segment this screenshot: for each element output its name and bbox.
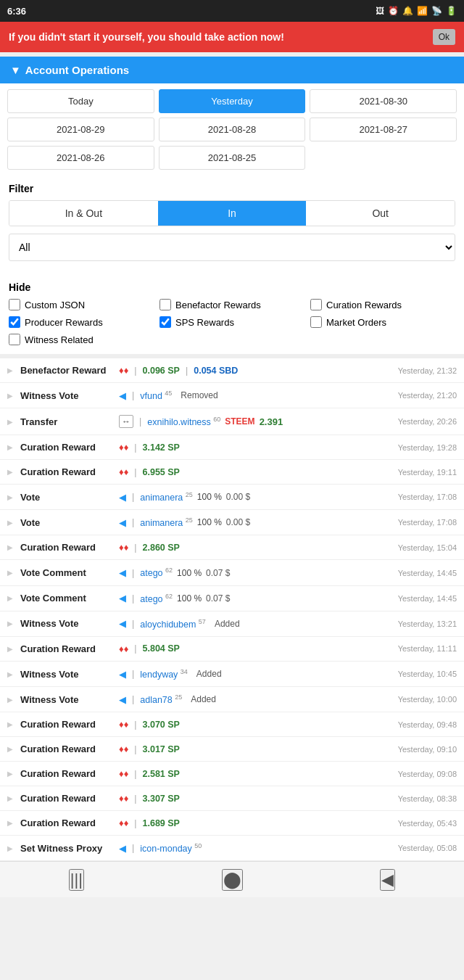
- tx-expand-icon: ▶: [7, 819, 13, 827]
- tx-timestamp: Yesterday, 14:45: [398, 594, 457, 603]
- tx-user-level: 34: [181, 668, 188, 675]
- tab-in-out[interactable]: In & Out: [9, 201, 158, 226]
- nav-menu-button[interactable]: |||: [69, 869, 84, 891]
- tab-in[interactable]: In: [158, 201, 307, 226]
- tx-row-curation-reward-7[interactable]: ▶ Curation Reward ♦♦ | 2.581 SP Yesterda…: [0, 762, 464, 786]
- filter-select[interactable]: All Transfer Vote Curation Reward Witnes…: [9, 234, 455, 261]
- tx-row-vote-animanera-2[interactable]: ▶ Vote ◀ | animanera 25 100 % 0.00 $ Yes…: [0, 510, 464, 535]
- status-bar: 6:36 🖼 ⏰ 🔔 📶 📡 🔋: [0, 0, 464, 22]
- tx-val: 2.391: [260, 416, 283, 427]
- tx-row-vote-comment-atego-2[interactable]: ▶ Vote Comment ◀ | atego 62 100 % 0.07 $…: [0, 586, 464, 612]
- date-2021-08-29[interactable]: 2021-08-29: [7, 118, 154, 141]
- hide-item-sps-rewards[interactable]: SPS Rewards: [160, 316, 304, 328]
- ok-button[interactable]: Ok: [433, 29, 455, 45]
- tx-user: atego 62: [140, 567, 173, 578]
- status-time: 6:36: [7, 6, 26, 17]
- date-2021-08-25[interactable]: 2021-08-25: [159, 146, 306, 170]
- tx-amount-sp: 1.689 SP: [143, 818, 180, 828]
- tx-expand-icon: ▶: [7, 670, 13, 678]
- tx-timestamp: Yesterday, 17:08: [398, 493, 457, 501]
- nav-back-button[interactable]: ◀: [380, 869, 395, 891]
- tx-row-witness-vote-vfund[interactable]: ▶ Witness Vote ◀ | vfund 45 Removed Yest…: [0, 383, 464, 408]
- tx-expand-icon: ▶: [7, 493, 13, 501]
- tx-user: aloychidubem 57: [140, 618, 206, 630]
- tx-row-curation-reward-9[interactable]: ▶ Curation Reward ♦♦ | 1.689 SP Yesterda…: [0, 811, 464, 836]
- hide-checkbox-sps-rewards[interactable]: [160, 316, 171, 328]
- date-2021-08-26[interactable]: 2021-08-26: [7, 146, 154, 170]
- tx-row-benefactor-reward[interactable]: ▶ Benefactor Reward ♦♦ | 0.096 SP | 0.05…: [0, 358, 464, 383]
- tx-type: Witness Vote: [20, 390, 115, 401]
- tx-user-level: 50: [194, 842, 202, 849]
- tx-row-transfer[interactable]: ▶ Transfer ↔ | exnihilo.witness 60 STEEM…: [0, 408, 464, 435]
- tx-amount-sbd: 0.054 SBD: [194, 366, 238, 376]
- signal-icon: 📡: [431, 6, 442, 16]
- tx-row-witness-vote-adlan78[interactable]: ▶ Witness Vote ◀ | adlan78 25 Added Yest…: [0, 687, 464, 712]
- tx-row-vote-comment-atego-1[interactable]: ▶ Vote Comment ◀ | atego 62 100 % 0.07 $…: [0, 560, 464, 585]
- tx-row-curation-reward-6[interactable]: ▶ Curation Reward ♦♦ | 3.017 SP Yesterda…: [0, 737, 464, 762]
- hide-item-curation-rewards[interactable]: Curation Rewards: [310, 299, 455, 310]
- tx-status: Added: [215, 619, 240, 629]
- transaction-list: ▶ Benefactor Reward ♦♦ | 0.096 SP | 0.05…: [0, 358, 464, 861]
- hide-checkbox-producer-rewards[interactable]: [9, 316, 20, 328]
- date-yesterday[interactable]: Yesterday: [159, 89, 306, 113]
- tx-expand-icon: ▶: [7, 468, 13, 476]
- date-2021-08-28[interactable]: 2021-08-28: [159, 118, 306, 141]
- tx-status: Added: [191, 694, 216, 704]
- hide-checkbox-market-orders[interactable]: [310, 316, 322, 328]
- steem-icon: ♦♦: [119, 442, 128, 453]
- hide-item-benefactor-rewards[interactable]: Benefactor Rewards: [160, 299, 304, 310]
- battery-icon: 🔋: [446, 6, 457, 16]
- tx-type: Curation Reward: [20, 643, 115, 654]
- dropdown-arrow-icon: ▼: [10, 64, 21, 76]
- date-2021-08-30[interactable]: 2021-08-30: [310, 89, 457, 113]
- hide-checkbox-witness-related[interactable]: [9, 334, 20, 345]
- hide-checkbox-benefactor-rewards[interactable]: [160, 299, 171, 310]
- tx-row-curation-reward-5[interactable]: ▶ Curation Reward ♦♦ | 3.070 SP Yesterda…: [0, 712, 464, 737]
- hide-checkbox-curation-rewards[interactable]: [310, 299, 322, 310]
- tx-timestamp: Yesterday, 13:21: [398, 619, 457, 628]
- tx-row-curation-reward-2[interactable]: ▶ Curation Reward ♦♦ | 6.955 SP Yesterda…: [0, 460, 464, 485]
- tx-amount-sp: 2.860 SP: [143, 543, 180, 553]
- tx-amount-sp: 0.096 SP: [143, 366, 180, 376]
- tx-sep: |: [134, 720, 136, 730]
- hide-item-witness-related[interactable]: Witness Related: [9, 334, 154, 345]
- tx-dollar: 0.07 $: [206, 568, 230, 578]
- tx-row-curation-reward-1[interactable]: ▶ Curation Reward ♦♦ | 3.142 SP Yesterda…: [0, 435, 464, 460]
- tx-timestamp: Yesterday, 09:10: [398, 745, 457, 754]
- wifi-icon: 📶: [417, 6, 428, 16]
- tx-sep: |: [132, 593, 134, 604]
- vote-icon: ◀: [119, 593, 126, 604]
- date-today[interactable]: Today: [7, 89, 154, 113]
- tx-dollar: 0.00 $: [226, 492, 250, 502]
- tx-type: Curation Reward: [20, 818, 115, 828]
- tab-out[interactable]: Out: [306, 201, 455, 226]
- hide-label-witness-related: Witness Related: [25, 334, 94, 345]
- tx-row-curation-reward-3[interactable]: ▶ Curation Reward ♦♦ | 2.860 SP Yesterda…: [0, 535, 464, 560]
- tx-user: exnihilo.witness 60: [147, 416, 220, 427]
- tx-expand-icon: ▶: [7, 366, 13, 374]
- tx-row-witness-vote-lendyway[interactable]: ▶ Witness Vote ◀ | lendyway 34 Added Yes…: [0, 662, 464, 687]
- tx-user-level: 25: [186, 491, 193, 498]
- hide-checkbox-custom-json[interactable]: [9, 299, 20, 310]
- hide-item-market-orders[interactable]: Market Orders: [310, 316, 455, 328]
- tx-timestamp: Yesterday, 19:28: [398, 443, 457, 452]
- tx-timestamp: Yesterday, 05:43: [398, 819, 457, 828]
- tx-row-witness-vote-aloychidubem[interactable]: ▶ Witness Vote ◀ | aloychidubem 57 Added…: [0, 612, 464, 637]
- tx-sep: |: [132, 568, 134, 578]
- tx-sep: |: [134, 643, 136, 654]
- tx-row-set-witness-proxy[interactable]: ▶ Set Witness Proxy ◀ | icon-monday 50 Y…: [0, 836, 464, 861]
- steem-icon: ♦♦: [119, 768, 128, 779]
- date-2021-08-27[interactable]: 2021-08-27: [310, 118, 457, 141]
- hide-item-producer-rewards[interactable]: Producer Rewards: [9, 316, 154, 328]
- tx-row-curation-reward-4[interactable]: ▶ Curation Reward ♦♦ | 5.804 SP Yesterda…: [0, 637, 464, 662]
- alert-bar: If you didn't start it yourself, you sho…: [0, 22, 464, 52]
- hide-label-producer-rewards: Producer Rewards: [25, 317, 103, 328]
- tx-row-vote-animanera-1[interactable]: ▶ Vote ◀ | animanera 25 100 % 0.00 $ Yes…: [0, 485, 464, 510]
- tx-timestamp: Yesterday, 10:45: [398, 670, 457, 678]
- nav-home-button[interactable]: ⬤: [222, 869, 243, 891]
- vote-icon: ◀: [119, 618, 126, 629]
- tx-user: vfund 45: [140, 390, 172, 401]
- hide-item-custom-json[interactable]: Custom JSON: [9, 299, 154, 310]
- tx-row-curation-reward-8[interactable]: ▶ Curation Reward ♦♦ | 3.307 SP Yesterda…: [0, 786, 464, 811]
- tx-timestamp: Yesterday, 20:26: [398, 417, 457, 426]
